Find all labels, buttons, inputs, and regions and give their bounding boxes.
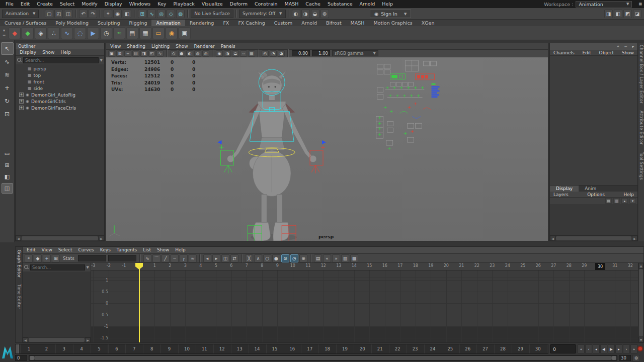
shelf-tab[interactable]: Sculpting — [93, 20, 124, 26]
render-settings-icon[interactable]: ⊛ — [320, 10, 329, 18]
menu-item[interactable]: Show — [39, 49, 57, 56]
time-editor-icon[interactable]: ▦ — [139, 27, 151, 39]
anim-snapshot-icon[interactable]: ◷ — [100, 27, 112, 39]
menu-item[interactable]: Arnold — [356, 0, 379, 8]
channel-list-area[interactable] — [550, 56, 637, 185]
panel-tab[interactable]: Time Editor — [17, 284, 21, 309]
set-driven-key-icon[interactable]: ◈ — [35, 27, 47, 39]
collapse-panel-icon[interactable]: ▸ — [630, 44, 636, 49]
menu-item[interactable]: Keys — [97, 247, 114, 253]
viewport-canvas[interactable]: Verts: 12501 0 0 Edges: 24986 0 0 Faces:… — [106, 57, 548, 241]
outliner-tree[interactable]: ▦ persp ▦ top ▦ front ▦ side + — [16, 64, 104, 235]
outliner-search-input[interactable] — [23, 57, 99, 63]
value-snap-icon[interactable]: ⊕ — [299, 254, 307, 262]
menu-item[interactable]: Channels — [553, 50, 575, 55]
shelf-tab[interactable]: Rigging — [124, 20, 151, 26]
go-to-end-button[interactable]: » — [630, 344, 637, 353]
menu-item[interactable]: Deform — [226, 0, 251, 8]
normalized-view-icon[interactable]: ▩ — [350, 254, 358, 262]
default-in-tangent-icon[interactable]: ◂ — [203, 254, 211, 262]
shelf-tab[interactable]: Custom — [270, 20, 297, 26]
panel-options-icon[interactable]: ≡ — [622, 44, 629, 49]
menu-item[interactable]: Options — [587, 192, 605, 197]
lock-camera-icon[interactable]: ⊠ — [116, 50, 123, 57]
menu-item[interactable]: Create — [33, 0, 56, 8]
toggle-outliner-icon[interactable]: ◪ — [633, 10, 641, 18]
shelf-tab[interactable]: Arnold — [297, 20, 321, 26]
shelf-tab[interactable]: XGen — [417, 20, 439, 26]
bookmark-view-icon[interactable]: ▤ — [132, 50, 139, 57]
lock-tangent-weight-icon[interactable]: ● — [272, 254, 280, 262]
ghost-icon[interactable]: ◌ — [74, 27, 86, 39]
ambient-occlusion-icon[interactable]: ◒ — [232, 50, 239, 57]
open-dope-sheet-icon[interactable]: ▤ — [314, 254, 322, 262]
menu-item[interactable]: Shading — [124, 43, 148, 50]
isolate-select-icon[interactable]: ◴ — [262, 50, 269, 57]
playback-end-field[interactable]: 30 — [619, 355, 631, 361]
workspace-selector[interactable]: Animation ▼ — [576, 1, 632, 8]
set-key-icon[interactable]: ◆ — [9, 27, 21, 39]
redo-icon[interactable]: ↷ — [89, 10, 97, 18]
flat-tangents-icon[interactable]: ─ — [171, 254, 179, 262]
expand-toggle[interactable]: + — [19, 93, 24, 97]
snap-to-grid-icon[interactable]: ⊞ — [138, 10, 146, 18]
outliner-item[interactable]: + ◉ DemonGirlCtrls — [16, 98, 104, 105]
paint-select-tool[interactable]: ≋ — [1, 68, 14, 81]
shelf-tab[interactable]: Motion Graphics — [369, 20, 417, 26]
scrollbar-thumb[interactable] — [22, 236, 98, 240]
toggle-attribute-editor-icon[interactable]: ◧ — [614, 10, 622, 18]
outliner-item[interactable]: ▦ top — [16, 72, 104, 78]
wireframe-icon[interactable]: ◇ — [170, 50, 177, 57]
xray-icon[interactable]: ◔ — [270, 50, 277, 57]
undo-icon[interactable]: ↶ — [79, 10, 88, 18]
menu-item[interactable]: Show — [154, 247, 172, 253]
menu-item[interactable]: Modify — [78, 0, 101, 8]
menu-item[interactable]: Curves — [75, 247, 97, 253]
create-clip-icon[interactable]: ▭ — [152, 27, 165, 39]
range-start-handle[interactable] — [30, 356, 34, 360]
menu-item[interactable]: Help — [623, 192, 634, 197]
shelf-menu-icon[interactable]: ≡ — [3, 34, 6, 38]
scale-tool[interactable]: ⊡ — [1, 108, 14, 120]
move-layer-down-icon[interactable]: ▾ — [629, 198, 636, 204]
single-pane-layout-button[interactable]: ▭ — [2, 148, 13, 159]
shelf-tab[interactable]: Curves / Surfaces — [0, 20, 51, 26]
menu-item[interactable]: Constrain — [251, 0, 281, 8]
shelf-tab[interactable]: FX Caching — [233, 20, 269, 26]
menu-item[interactable]: List — [140, 247, 154, 253]
panel-tab[interactable]: Graph Editor — [17, 250, 21, 278]
render-current-frame-icon[interactable]: ◑ — [301, 10, 310, 18]
make-live-icon[interactable]: ◍ — [176, 10, 185, 18]
live-surface-field[interactable]: No Live Surface — [191, 10, 233, 18]
menu-item[interactable]: Windows — [126, 0, 154, 8]
time-snap-icon[interactable]: ◷ — [290, 254, 298, 262]
scrollbar-thumb[interactable] — [29, 338, 85, 342]
outliner-item[interactable]: + ◉ DemonGirl_AutoRig — [16, 92, 104, 98]
outliner-hscrollbar[interactable]: ◀ ▶ — [16, 235, 104, 241]
rotate-tool[interactable]: ↻ — [1, 95, 14, 107]
sidebar-tab[interactable]: Tool Settings — [639, 152, 643, 180]
menu-item[interactable]: Panels — [218, 43, 238, 50]
shelf-tab[interactable]: Animation — [151, 20, 185, 26]
menu-item[interactable]: Show — [173, 43, 191, 50]
range-end-handle[interactable] — [612, 356, 616, 360]
scroll-right-icon[interactable]: ▶ — [632, 236, 637, 241]
outliner-item[interactable]: ▦ side — [16, 85, 104, 92]
select-tool[interactable]: ↖ — [1, 42, 14, 55]
menu-item[interactable]: Help — [57, 49, 74, 56]
step-back-key-button[interactable]: ‹ — [585, 344, 592, 353]
current-time-indicator[interactable] — [16, 344, 19, 353]
range-slider-thumb[interactable] — [34, 356, 612, 360]
swap-buffer-curves-icon[interactable]: ⇄ — [230, 254, 238, 262]
go-to-start-button[interactable]: « — [578, 344, 585, 353]
create-layer-from-selected-icon[interactable]: ▥ — [613, 198, 620, 204]
scroll-up-icon[interactable]: ▲ — [638, 263, 643, 268]
time-slider[interactable]: 1234567891011121314151617181920212223242… — [15, 344, 548, 354]
step-tangents-icon[interactable]: ┌ — [180, 254, 188, 262]
camera-attributes-icon[interactable]: ≡ — [124, 50, 131, 57]
move-layer-up-icon[interactable]: ▴ — [621, 198, 628, 204]
toggle-channel-box-icon[interactable]: ◨ — [604, 10, 613, 18]
chevron-down-icon[interactable]: ▼ — [100, 58, 103, 62]
step-back-frame-button[interactable]: ◂ — [593, 344, 600, 353]
playblast-icon[interactable]: ▶ — [87, 27, 99, 39]
